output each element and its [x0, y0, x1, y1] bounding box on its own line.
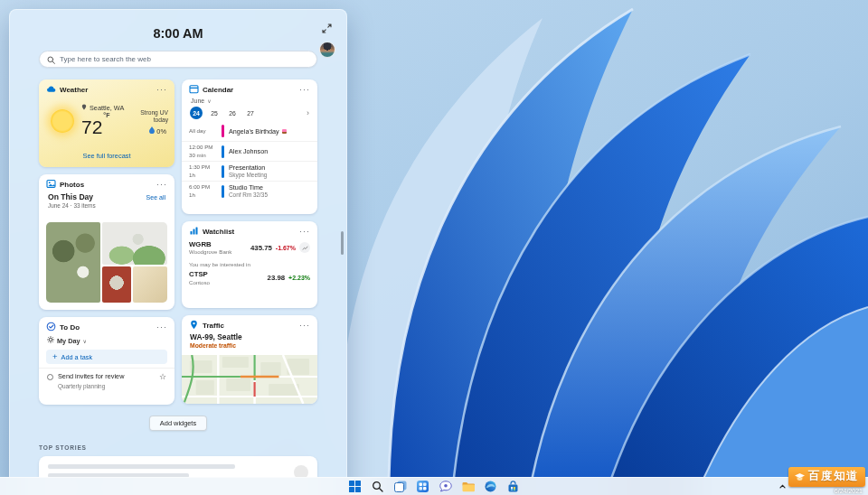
baidu-zhidao-logo-icon — [795, 469, 805, 485]
calendar-month-selector[interactable]: June ∨ — [182, 94, 317, 104]
todo-list-selector[interactable]: My Day ∨ — [39, 332, 175, 348]
file-explorer-button[interactable] — [460, 479, 476, 494]
sunny-icon — [51, 109, 74, 133]
stock-row[interactable]: WGRB Woodgrove Bank 435.75 -1.67% — [182, 236, 317, 255]
stock-row[interactable]: CTSP Contoso 23.98 +2.23% — [182, 268, 317, 285]
widgets-panel: 8:00 AM Weather ··· — [9, 9, 347, 495]
stock-change: -1.67% — [276, 245, 296, 251]
traffic-map[interactable] — [182, 355, 317, 404]
event-title: Angela's Birthday — [229, 127, 279, 135]
event-title: Studio Time — [229, 183, 263, 191]
chat-button[interactable] — [438, 479, 453, 494]
stock-price: 23.98 — [268, 274, 286, 282]
calendar-event[interactable]: 12:00 PM 30 min Alex Johnson — [182, 141, 317, 161]
expand-panel-icon[interactable] — [319, 21, 335, 36]
widget-title: Weather — [60, 86, 88, 94]
widget-title: Calendar — [203, 86, 233, 94]
see-full-forecast-link[interactable]: See full forecast — [39, 152, 175, 160]
watermark-brand: 百度知道 — [808, 471, 859, 483]
chevron-down-icon: ∨ — [207, 98, 211, 104]
stock-symbol: CTSP — [189, 270, 210, 278]
more-options-icon[interactable]: ··· — [156, 324, 167, 330]
event-subtitle: Conf Rm 32/35 — [229, 191, 268, 199]
search-input[interactable] — [60, 55, 309, 63]
weather-widget[interactable]: Weather ··· Seattle, WA 72°F Strong UV t… — [39, 79, 175, 167]
photo-thumbnail[interactable] — [46, 222, 100, 303]
taskbar-search-button[interactable] — [370, 479, 385, 494]
traffic-route: WA-99, Seattle — [182, 330, 317, 341]
event-time: 6:00 PM — [189, 183, 222, 191]
panel-scrollbar[interactable] — [341, 231, 344, 255]
photos-heading: On This Day — [48, 192, 96, 201]
stock-name: Contoso — [189, 279, 210, 285]
calendar-event[interactable]: All day Angela's Birthday — [182, 121, 317, 141]
watermark-badge: 百度知道 — [788, 467, 865, 487]
photos-widget[interactable]: Photos ··· On This Day June 24 · 33 item… — [39, 174, 175, 310]
task-view-button[interactable] — [392, 479, 408, 494]
calendar-day[interactable]: 25 — [208, 107, 221, 119]
widgets-button[interactable] — [415, 479, 430, 494]
traffic-widget[interactable]: Traffic ··· WA-99, Seattle Moderate traf… — [182, 315, 317, 404]
calendar-day[interactable]: 26 — [226, 107, 239, 119]
user-avatar[interactable] — [319, 42, 335, 58]
calendar-event[interactable]: 6:00 PM 1h Studio Time Conf Rm 32/35 — [182, 181, 317, 201]
microsoft-store-button[interactable] — [505, 479, 521, 494]
weather-location: Seattle, WA — [81, 104, 124, 112]
sun-outline-icon — [47, 336, 54, 345]
star-icon[interactable]: ☆ — [159, 373, 166, 381]
task-subtitle: Quarterly planning — [58, 383, 124, 389]
more-options-icon[interactable]: ··· — [299, 322, 310, 328]
calendar-widget[interactable]: Calendar ··· June ∨ 24 25 26 27 › — [182, 79, 317, 214]
photo-collage — [46, 222, 167, 303]
event-subtitle: Skype Meeting — [229, 172, 267, 179]
desktop: 8:00 AM Weather ··· — [0, 0, 868, 495]
droplet-icon — [149, 126, 155, 135]
see-all-link[interactable]: See all — [146, 194, 165, 201]
hidden-icons-chevron[interactable] — [776, 481, 788, 493]
widget-title: Watchlist — [203, 228, 234, 236]
task-item[interactable]: Send invites for review Quarterly planni… — [39, 368, 175, 389]
stock-name: Woodgrove Bank — [189, 248, 231, 255]
todo-icon — [46, 319, 56, 335]
photos-icon — [46, 176, 56, 192]
calendar-event[interactable]: 1:30 PM 1h Presentation Skype Meeting — [182, 161, 317, 181]
event-duration: 30 min — [189, 152, 222, 159]
event-color-bar — [222, 125, 224, 137]
photo-thumbnail[interactable] — [102, 266, 131, 303]
web-search-bar[interactable] — [39, 51, 317, 68]
watchlist-icon — [189, 223, 199, 239]
stock-change: +2.23% — [288, 275, 310, 281]
more-options-icon[interactable]: ··· — [299, 229, 310, 234]
stock-price: 435.75 — [250, 244, 272, 252]
photo-thumbnail[interactable] — [133, 266, 167, 303]
calendar-day[interactable]: 27 — [244, 107, 257, 119]
more-options-icon[interactable]: ··· — [156, 87, 167, 92]
watchlist-widget[interactable]: Watchlist ··· WGRB Woodgrove Bank 435.75… — [182, 221, 317, 308]
todo-widget[interactable]: To Do ··· My Day ∨ + Add a task — [39, 317, 175, 405]
add-task-input[interactable]: + Add a task — [46, 350, 167, 364]
search-icon — [47, 51, 55, 68]
event-duration: 1h — [189, 172, 222, 179]
watchlist-suggestion-label: You may be interested in — [182, 255, 317, 268]
temperature-unit: °F — [103, 112, 109, 118]
task-checkbox[interactable] — [47, 374, 53, 380]
panel-time: 8:00 AM — [39, 26, 317, 41]
event-duration: 1h — [189, 191, 222, 199]
add-widgets-button[interactable]: Add widgets — [149, 416, 207, 431]
event-color-bar — [222, 145, 224, 158]
event-title: Presentation — [229, 163, 265, 172]
event-time: 12:00 PM — [189, 144, 222, 151]
more-options-icon[interactable]: ··· — [156, 182, 167, 187]
photos-meta: June 24 · 33 items — [48, 202, 96, 209]
chevron-right-icon[interactable]: › — [307, 109, 309, 117]
more-options-icon[interactable]: ··· — [299, 87, 310, 92]
widgets-grid: Weather ··· Seattle, WA 72°F Strong UV t… — [39, 79, 317, 405]
widget-title: Traffic — [203, 322, 224, 330]
temperature: 72°F — [81, 112, 109, 136]
edge-browser-button[interactable] — [483, 479, 498, 494]
calendar-day-selected[interactable]: 24 — [190, 107, 203, 119]
start-button[interactable] — [347, 479, 363, 494]
photo-thumbnail[interactable] — [102, 222, 167, 265]
stock-chart-icon[interactable] — [299, 242, 310, 253]
taskbar — [0, 477, 868, 495]
